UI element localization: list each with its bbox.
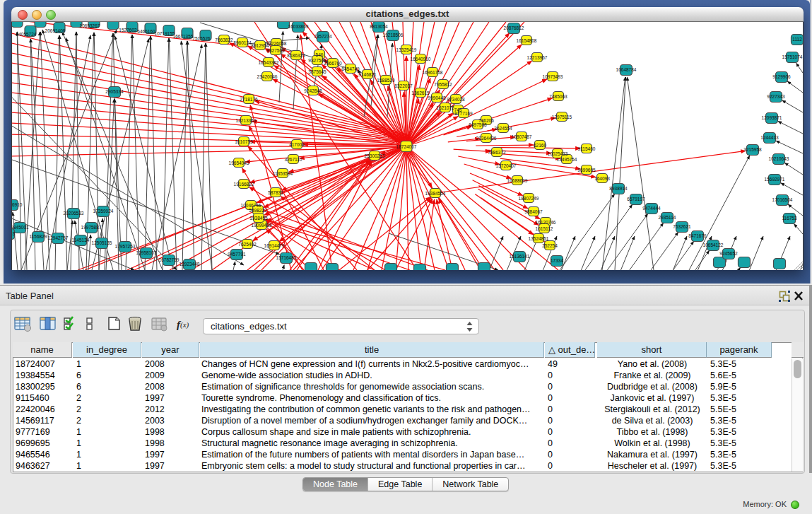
svg-text:1244413: 1244413 <box>760 135 779 140</box>
svg-text:12975115: 12975115 <box>552 115 572 119</box>
svg-text:16671355: 16671355 <box>173 34 194 39</box>
svg-text:10688609: 10688609 <box>507 178 528 183</box>
svg-text:13524851: 13524851 <box>529 236 549 241</box>
svg-text:5498222: 5498222 <box>249 208 267 213</box>
svg-text:13495754: 13495754 <box>557 157 577 162</box>
svg-text:116753: 116753 <box>782 216 797 221</box>
svg-text:18807249: 18807249 <box>519 196 539 201</box>
svg-text:23420046: 23420046 <box>257 74 278 79</box>
svg-text:3875645: 3875645 <box>308 69 326 74</box>
svg-text:10719155: 10719155 <box>155 31 175 36</box>
svg-text:10210643: 10210643 <box>769 156 789 161</box>
svg-text:19975887: 19975887 <box>81 225 102 230</box>
svg-text:25300213: 25300213 <box>365 153 385 158</box>
svg-text:8813054: 8813054 <box>370 24 388 29</box>
svg-text:10648784: 10648784 <box>616 67 637 72</box>
svg-text:16154808: 16154808 <box>517 38 537 43</box>
svg-text:164093: 164093 <box>594 176 610 181</box>
svg-text:12942757: 12942757 <box>48 235 69 240</box>
svg-text:587831: 587831 <box>268 190 283 195</box>
svg-text:1615112: 1615112 <box>536 226 553 231</box>
svg-text:10958107: 10958107 <box>136 250 157 255</box>
svg-text:10654122: 10654122 <box>703 243 724 247</box>
svg-text:9845001: 9845001 <box>12 225 29 230</box>
svg-text:17359924: 17359924 <box>93 209 114 214</box>
svg-text:16914479: 16914479 <box>264 243 285 248</box>
svg-text:9115460: 9115460 <box>578 146 596 151</box>
svg-text:16033809: 16033809 <box>288 24 309 29</box>
svg-text:17334: 17334 <box>551 258 563 263</box>
svg-text:8186323: 8186323 <box>287 53 305 58</box>
svg-text:1588520: 1588520 <box>377 78 395 83</box>
svg-text:7625402: 7625402 <box>238 242 257 247</box>
svg-text:7632621: 7632621 <box>673 224 691 229</box>
svg-text:9699695: 9699695 <box>577 168 596 173</box>
svg-text:12505135: 12505135 <box>92 240 112 245</box>
svg-text:1610753: 1610753 <box>235 139 253 144</box>
svg-text:16640910: 16640910 <box>411 57 431 62</box>
svg-text:15751074: 15751074 <box>782 54 803 59</box>
svg-text:20364436: 20364436 <box>476 136 497 141</box>
svg-text:9884067: 9884067 <box>524 209 543 214</box>
svg-text:7955812: 7955812 <box>434 82 452 87</box>
svg-text:19166822: 19166822 <box>234 182 254 187</box>
svg-text:8938914: 8938914 <box>609 186 628 191</box>
svg-text:1156829: 1156829 <box>30 234 47 239</box>
svg-text:3624554: 3624554 <box>494 126 512 131</box>
svg-text:17016504: 17016504 <box>772 197 793 202</box>
svg-text:546: 546 <box>316 52 324 57</box>
svg-text:15136141: 15136141 <box>510 254 530 259</box>
svg-text:417004: 417004 <box>289 142 305 147</box>
svg-text:10973493: 10973493 <box>543 74 563 79</box>
svg-text:10025433: 10025433 <box>548 151 568 156</box>
svg-text:1362615: 1362615 <box>411 90 430 95</box>
svg-text:6497568: 6497568 <box>469 122 487 127</box>
svg-text:9327509: 9327509 <box>266 48 285 53</box>
svg-text:15720407: 15720407 <box>496 163 517 168</box>
svg-text:8322037: 8322037 <box>394 83 413 88</box>
svg-text:12093871: 12093871 <box>762 115 782 120</box>
svg-text:7485063: 7485063 <box>549 94 567 99</box>
svg-text:1621072: 1621072 <box>436 105 454 110</box>
svg-text:6579197: 6579197 <box>627 197 645 201</box>
svg-text:2935114: 2935114 <box>659 215 676 220</box>
svg-text:19099489: 19099489 <box>252 223 272 228</box>
svg-text:62160: 62160 <box>534 143 546 148</box>
svg-text:2966760: 2966760 <box>324 61 342 66</box>
svg-text:9242848: 9242848 <box>304 88 322 93</box>
svg-text:2718176: 2718176 <box>240 97 258 102</box>
svg-text:1112: 1112 <box>792 37 802 42</box>
svg-text:15716485: 15716485 <box>276 255 297 260</box>
svg-text:8960124: 8960124 <box>233 40 252 45</box>
svg-text:16961758: 16961758 <box>423 70 443 75</box>
svg-text:9777169: 9777169 <box>454 111 473 116</box>
svg-text:19218506: 19218506 <box>383 33 404 37</box>
svg-text:7986372: 7986372 <box>488 150 506 155</box>
svg-text:10653267: 10653267 <box>80 23 100 28</box>
svg-text:9457791: 9457791 <box>228 252 246 257</box>
svg-text:8454749: 8454749 <box>341 66 360 71</box>
svg-text:8471676: 8471676 <box>688 233 707 238</box>
svg-text:9990448: 9990448 <box>428 95 446 100</box>
svg-text:9227343: 9227343 <box>767 94 785 99</box>
svg-text:2905334: 2905334 <box>105 89 124 94</box>
svg-text:1938455: 1938455 <box>249 216 268 221</box>
svg-text:20691406: 20691406 <box>45 28 66 33</box>
svg-text:12213967: 12213967 <box>527 55 548 60</box>
svg-text:12923448: 12923448 <box>180 262 200 267</box>
svg-text:17957253: 17957253 <box>115 244 136 249</box>
svg-text:9474444: 9474444 <box>642 206 661 211</box>
svg-text:9734028: 9734028 <box>447 97 465 102</box>
svg-text:13226058: 13226058 <box>266 41 287 46</box>
svg-text:19654943: 19654943 <box>229 160 249 165</box>
svg-text:9245652: 9245652 <box>719 251 738 256</box>
svg-text:7663822: 7663822 <box>215 37 233 42</box>
svg-text:7515526: 7515526 <box>192 36 211 41</box>
svg-text:20876812: 20876812 <box>504 25 524 30</box>
svg-text:16120746: 16120746 <box>536 220 556 225</box>
svg-text:7357274: 7357274 <box>314 34 332 39</box>
svg-text:(x): (x) <box>180 320 189 329</box>
svg-text:3267110: 3267110 <box>285 157 302 162</box>
svg-text:3215958: 3215958 <box>743 147 762 152</box>
svg-text:25266910: 25266910 <box>12 202 23 207</box>
